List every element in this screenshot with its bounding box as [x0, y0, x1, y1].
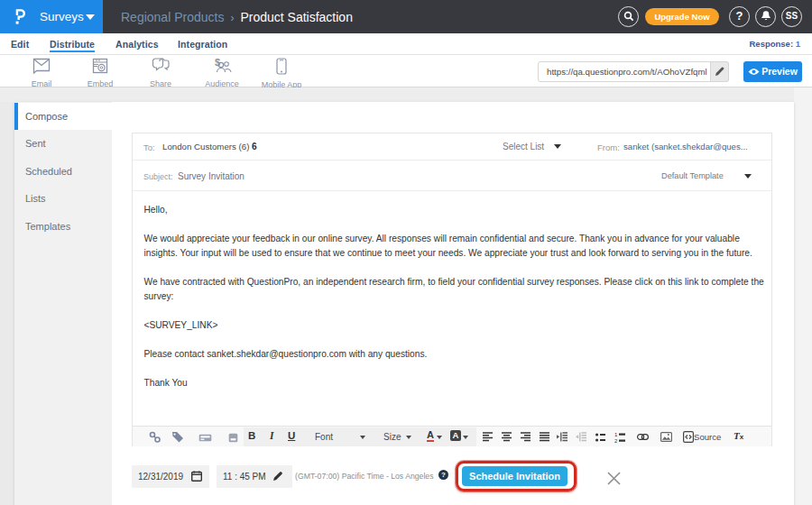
svg-text:2: 2	[614, 438, 618, 443]
svg-text:1: 1	[614, 432, 618, 437]
